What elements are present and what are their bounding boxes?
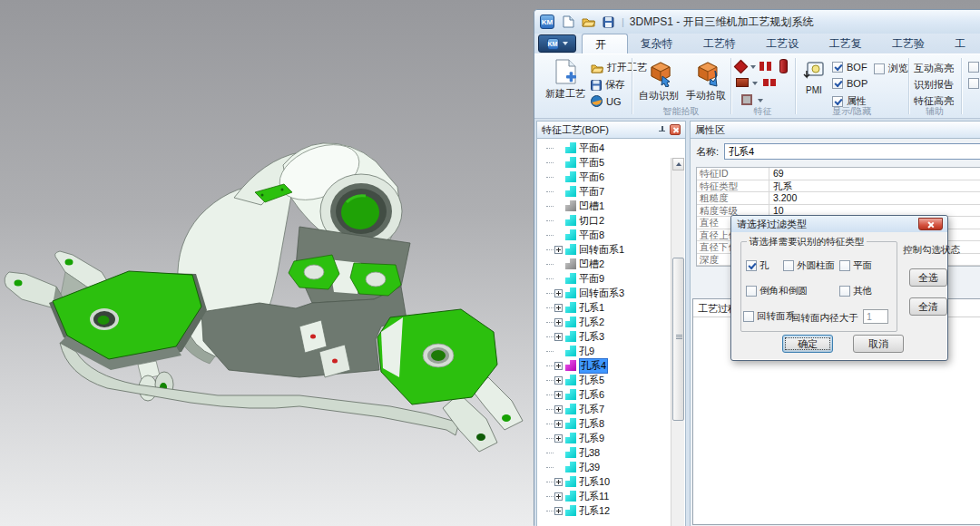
- inner-diameter-input[interactable]: [863, 309, 888, 324]
- auto-recognize-button[interactable]: 自动识别: [636, 58, 681, 102]
- tree-item[interactable]: 平面8: [537, 228, 671, 242]
- cancel-button[interactable]: 取消: [853, 335, 904, 353]
- other-checkbox[interactable]: 其他: [839, 285, 872, 297]
- recognition-report-button[interactable]: 识别报告: [914, 78, 954, 92]
- tree-item[interactable]: 平面7: [537, 184, 671, 199]
- expand-toggle-icon[interactable]: [554, 420, 563, 428]
- feature-pair-icon[interactable]: [763, 79, 769, 86]
- clear-all-button[interactable]: 全清: [909, 297, 947, 316]
- tree-item[interactable]: 孔系5: [537, 373, 671, 387]
- ribbon-tab[interactable]: 工艺特征: [691, 34, 753, 54]
- tree-scrollbar[interactable]: [671, 158, 684, 526]
- expand-toggle-icon[interactable]: [554, 492, 563, 501]
- expand-toggle-icon[interactable]: [554, 289, 563, 297]
- chamfer-fillet-checkbox[interactable]: 倒角和倒圆: [746, 285, 808, 297]
- tree-item[interactable]: 孔9: [537, 344, 671, 358]
- open-folder-icon[interactable]: [580, 14, 596, 30]
- ok-button[interactable]: 确定: [782, 335, 833, 353]
- scroll-up-button[interactable]: [672, 158, 684, 170]
- expand-toggle-icon[interactable]: [554, 362, 563, 370]
- ribbon-tab[interactable]: 复杂特征: [628, 34, 691, 54]
- tree-item[interactable]: 孔系10: [537, 474, 671, 489]
- tree-item[interactable]: 凹槽1: [537, 199, 671, 213]
- feature-box-icon[interactable]: [736, 78, 749, 87]
- tree-item[interactable]: 孔系9: [537, 431, 671, 445]
- checkbox-icon[interactable]: [874, 63, 885, 74]
- cutoff-checkbox[interactable]: [968, 78, 979, 89]
- checkbox-icon[interactable]: [743, 311, 754, 322]
- tree-item[interactable]: 平面4: [537, 141, 671, 155]
- tree-item[interactable]: 切口2: [537, 213, 671, 228]
- browse-checkbox[interactable]: 浏览: [874, 62, 908, 75]
- feature-cylinder-icon[interactable]: [779, 59, 788, 73]
- interactive-highlight-button[interactable]: 互动高亮: [914, 62, 954, 75]
- close-icon[interactable]: [670, 124, 681, 135]
- revolved-face-checkbox[interactable]: 回转面系: [743, 310, 795, 323]
- ribbon-tab[interactable]: 工艺验证: [879, 34, 942, 54]
- bop-checkbox[interactable]: BOP: [832, 78, 867, 89]
- property-row[interactable]: 特征类型 孔系: [697, 180, 980, 193]
- tree-item[interactable]: 凹槽2: [537, 257, 671, 271]
- tree-item[interactable]: 孔38: [537, 445, 671, 460]
- outer-cylinder-checkbox[interactable]: 外圆柱面: [783, 259, 835, 272]
- tree-item[interactable]: 孔系7: [537, 402, 671, 416]
- checkbox-icon[interactable]: [746, 260, 757, 271]
- bof-checkbox[interactable]: BOF: [832, 62, 867, 73]
- tree-item[interactable]: 孔39: [537, 460, 671, 474]
- checkbox-icon[interactable]: [968, 78, 979, 89]
- plane-checkbox[interactable]: 平面: [839, 259, 872, 272]
- expand-toggle-icon[interactable]: [554, 405, 563, 414]
- checkbox-icon[interactable]: [832, 62, 843, 73]
- manual-pick-button[interactable]: 手动拾取: [683, 58, 729, 102]
- title-bar[interactable]: KM | 3DMPS1 - 开目三维机加工艺规划系统: [534, 10, 980, 34]
- pmi-button[interactable]: PMI: [799, 60, 828, 95]
- hole-checkbox[interactable]: 孔: [746, 259, 769, 272]
- checkbox-icon[interactable]: [832, 78, 843, 89]
- chevron-down-icon[interactable]: [752, 82, 758, 85]
- new-document-icon[interactable]: [560, 14, 576, 30]
- tree-item[interactable]: 回转面系1: [537, 242, 671, 257]
- tree-item[interactable]: 孔系12: [537, 503, 671, 518]
- ribbon-tab[interactable]: 工艺设计: [753, 34, 816, 54]
- new-process-button[interactable]: 新建工艺: [542, 58, 589, 101]
- checkbox-icon[interactable]: [968, 62, 979, 73]
- expand-toggle-icon[interactable]: [554, 507, 563, 515]
- tree-item[interactable]: 平面9: [537, 271, 671, 286]
- checkbox-icon[interactable]: [783, 260, 794, 271]
- tree-item[interactable]: 孔系1: [537, 300, 671, 315]
- expand-toggle-icon[interactable]: [554, 246, 563, 254]
- expand-toggle-icon[interactable]: [554, 318, 563, 326]
- ribbon-tab[interactable]: 工艺复用: [817, 34, 879, 54]
- cutoff-checkbox[interactable]: [968, 62, 979, 73]
- expand-toggle-icon[interactable]: [554, 478, 563, 486]
- tree-item[interactable]: 孔系2: [537, 315, 671, 329]
- expand-toggle-icon[interactable]: [554, 391, 563, 399]
- expand-toggle-icon[interactable]: [554, 376, 563, 385]
- ribbon-tab[interactable]: 开始: [582, 34, 628, 54]
- pin-icon[interactable]: [658, 126, 666, 134]
- select-all-button[interactable]: 全选: [909, 268, 947, 287]
- name-input[interactable]: [724, 143, 980, 160]
- part-model[interactable]: [0, 0, 534, 526]
- ribbon-tab[interactable]: 工具: [942, 34, 980, 54]
- scrollbar-thumb[interactable]: [672, 258, 684, 421]
- expand-toggle-icon[interactable]: [554, 434, 563, 443]
- tree-item[interactable]: 回转面系3: [537, 286, 671, 300]
- ug-button[interactable]: UG: [591, 95, 622, 107]
- feature-diamond-icon[interactable]: [734, 60, 749, 74]
- chevron-down-icon[interactable]: [750, 65, 756, 69]
- tree-item[interactable]: 平面5: [537, 155, 671, 170]
- checkbox-icon[interactable]: [746, 286, 757, 297]
- expand-toggle-icon[interactable]: [554, 333, 563, 341]
- property-row[interactable]: 粗糙度 3.200: [697, 192, 980, 205]
- property-row[interactable]: 特征ID 69: [697, 168, 980, 180]
- dialog-title-bar[interactable]: 请选择过滤类型: [731, 216, 947, 232]
- application-menu-button[interactable]: KM: [538, 34, 576, 53]
- feature-bars-icon[interactable]: [760, 62, 764, 71]
- tree-item[interactable]: 孔系11: [537, 489, 671, 503]
- tree-item[interactable]: 孔系4: [537, 358, 671, 373]
- tree-item[interactable]: 平面6: [537, 170, 671, 184]
- dialog-close-button[interactable]: [918, 218, 943, 230]
- tree-item[interactable]: 孔系3: [537, 329, 671, 344]
- feature-square-icon[interactable]: [741, 94, 752, 105]
